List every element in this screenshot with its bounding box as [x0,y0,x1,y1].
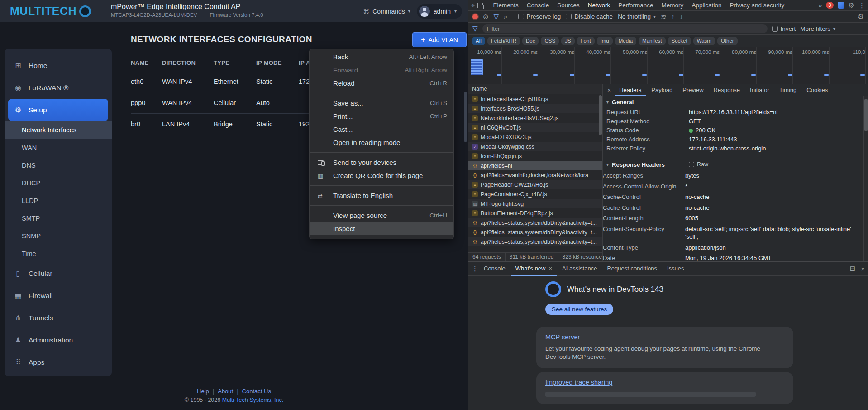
chip-all[interactable]: All [472,37,485,45]
drawer-kebab-menu-icon[interactable]: ⋮ [472,265,478,273]
table-row[interactable]: eth0 WAN IPv4 Ethernet Static 172 [131,71,309,92]
help-link[interactable]: Help [197,388,209,395]
record-button[interactable] [472,14,478,19]
about-link[interactable]: About [218,388,233,395]
clear-icon[interactable]: ⊘ [483,13,489,21]
tab-sources[interactable]: Sources [553,0,584,11]
sidebar-item-lorawan[interactable]: ◉ LoRaWAN ® [5,77,112,99]
network-request-row[interactable]: ≡ni-C6QHvCbT.js [468,123,602,132]
inspect-element-icon[interactable]: ⌖ [471,1,475,10]
sidebar-item-cellular[interactable]: ▯ Cellular [5,262,112,285]
disable-cache-checkbox[interactable]: Disable cache [566,13,613,20]
throttling-select[interactable]: No throttling ▾ [618,13,656,20]
sidebar-item-firewall[interactable]: ▦ Firewall [5,285,112,307]
search-icon[interactable]: ⌕ [504,13,507,21]
context-menu-item-send-to-devices[interactable]: Send to your devices [310,156,453,169]
network-request-row[interactable]: ≡PageHeader-CWZzIAHo.js [468,180,602,189]
network-request-row[interactable]: ▧MT-logo-light.svg [468,199,602,208]
network-request-row[interactable]: ≡PageContainer-Cjx_r4fV.js [468,189,602,199]
see-all-features-button[interactable]: See all new features [545,304,613,315]
network-settings-gear-icon[interactable]: ⚙ [858,13,864,21]
network-request-row[interactable]: ≡InterfacesBase-CLj5BfKr.js [468,94,602,104]
sidebar-item-smtp[interactable]: SMTP [5,209,112,227]
network-request-row[interactable]: {}api?fields=status,system/dbDirty&inact… [468,218,602,227]
network-request-row[interactable]: {}api?fields=status,system/dbDirty&inact… [468,237,602,246]
context-menu-item-view-source[interactable]: View page source Ctrl+U [310,209,453,222]
chip-other[interactable]: Other [717,37,738,45]
device-toolbar-icon[interactable] [477,3,483,8]
details-tab-timing[interactable]: Timing [775,84,801,96]
scrollbar-thumb[interactable] [864,99,868,131]
context-menu-item-save-as[interactable]: Save as... Ctrl+S [310,96,453,110]
sidebar-item-dhcp[interactable]: DHCP [5,174,112,192]
user-menu[interactable]: admin ▾ [417,4,462,19]
network-request-row[interactable]: ≡Interfaces-BrosHO55.js [468,104,602,113]
details-tab-response[interactable]: Response [709,84,745,96]
sidebar-item-time[interactable]: Time [5,245,112,262]
network-request-row[interactable]: {}api?fields=status,system/dbDirty&inact… [468,227,602,237]
close-icon[interactable]: × [605,87,614,94]
details-tab-headers[interactable]: Headers [615,84,646,96]
screenshot-thumbnail[interactable] [471,59,483,75]
context-menu-item-cast[interactable]: Cast... [310,123,453,136]
table-row[interactable]: ppp0 WAN IPv4 Cellular Auto [131,92,309,114]
sidebar-item-network-interfaces[interactable]: Network Interfaces [5,121,112,139]
response-headers-section-header[interactable]: ▾ Response Headers Raw [603,159,863,170]
network-request-row[interactable]: ≡ButtonElement-DF4qERpz.js [468,208,602,218]
drawer-tab-issues[interactable]: Issues [663,262,689,276]
details-tab-payload[interactable]: Payload [647,84,677,96]
sidebar-item-home[interactable]: ⊞ Home [5,54,112,77]
network-request-row[interactable]: ≡NetworkInterface-BsVUSeq2.js [468,113,602,123]
company-link[interactable]: Multi-Tech Systems, Inc. [222,397,283,403]
sidebar-item-snmp[interactable]: SNMP [5,227,112,245]
network-conditions-icon[interactable]: ≋ [661,13,667,21]
requests-name-header[interactable]: Name [468,84,602,94]
sidebar-item-setup[interactable]: ⚙ Setup [8,99,108,121]
tab-console[interactable]: Console [523,0,553,11]
close-icon[interactable]: × [549,262,553,275]
table-row[interactable]: br0 LAN IPv4 Bridge Static 192 [131,114,309,135]
trace-sharing-link[interactable]: Improved trace sharing [545,379,612,386]
context-menu-item-qr-code[interactable]: ▦ Create QR Code for this page [310,169,453,182]
chip-js[interactable]: JS [561,37,574,45]
details-tab-preview[interactable]: Preview [678,84,708,96]
tab-application[interactable]: Application [687,0,725,11]
chip-doc[interactable]: Doc [522,37,539,45]
error-count-badge[interactable]: 3 [826,2,833,9]
context-menu-item-forward[interactable]: Forward Alt+Right Arrow [310,63,453,77]
network-request-row[interactable]: ≡Modal-DT9XBXz3.js [468,132,602,142]
drawer-tab-ai-assistance[interactable]: AI assistance [558,262,601,276]
filter-toggle-icon[interactable]: ▽ [494,13,499,21]
sidebar-item-wan[interactable]: WAN [5,139,112,156]
network-request-row-selected[interactable]: {}api?fields=ni [468,161,602,170]
context-menu-item-reading-mode[interactable]: Open in reading mode [310,136,453,149]
network-request-row[interactable]: ≡Icon-BhQgjxjn.js [468,151,602,161]
chip-manifest[interactable]: Manifest [639,37,665,45]
chip-media[interactable]: Media [615,37,636,45]
drawer-tab-request-conditions[interactable]: Request conditions [602,262,662,276]
close-drawer-icon[interactable]: × [861,265,865,273]
export-har-icon[interactable]: ↓ [680,13,683,20]
details-scrollbar[interactable] [863,96,868,261]
sidebar-item-dns[interactable]: DNS [5,156,112,174]
network-request-row[interactable]: {}api?fields=waninfo,docker,loraNetwork/… [468,170,602,180]
page-scrollbar[interactable] [464,92,467,142]
chip-img[interactable]: Img [597,37,613,45]
context-menu-item-back[interactable]: Back Alt+Left Arrow [310,50,453,63]
details-tab-initiator[interactable]: Initiator [745,84,774,96]
preserve-log-checkbox[interactable]: Preserve log [518,13,561,20]
chip-wasm[interactable]: Wasm [693,37,715,45]
tab-network[interactable]: Network [584,0,615,11]
requests-scrollbar[interactable] [599,95,602,135]
network-request-row[interactable]: ✓Modal-Ckdywgbq.css [468,142,602,151]
mcp-server-link[interactable]: MCP server [545,333,580,341]
general-section-header[interactable]: ▾ General [603,96,863,108]
sidebar-item-administration[interactable]: ♟ Administration [5,329,112,351]
chip-css[interactable]: CSS [541,37,559,45]
chip-fetch-xhr[interactable]: Fetch/XHR [487,37,520,45]
raw-checkbox[interactable]: Raw [689,161,708,168]
commands-menu[interactable]: ⌘ Commands ▾ [363,8,410,15]
drawer-tab-console[interactable]: Console [479,262,510,276]
settings-gear-icon[interactable]: ⚙ [849,1,854,10]
network-overview-timeline[interactable]: 10,000 ms 20,000 ms 30,000 ms 40,000 ms … [468,47,868,84]
